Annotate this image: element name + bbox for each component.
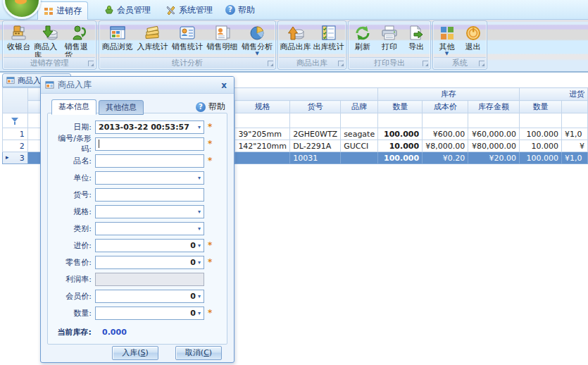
help-link[interactable]: ? 帮助 [196, 101, 225, 113]
dropdown-arrow-icon[interactable]: ▾ [198, 175, 201, 181]
filter-cell[interactable] [519, 113, 561, 128]
product-name-field[interactable] [95, 154, 204, 168]
cell-artno[interactable]: DL-2291A [290, 140, 341, 152]
column-header-amount[interactable]: 库存金额 [468, 101, 520, 113]
cell-qty2[interactable]: 10.000 [519, 140, 561, 152]
dropdown-arrow-icon[interactable]: ▾ [198, 209, 201, 215]
filter-cell[interactable] [341, 113, 378, 128]
cell-qty[interactable]: 10.000 [378, 140, 423, 152]
cell-qty2[interactable]: 100.000 [519, 152, 561, 164]
purchase-price-field[interactable]: 0 ▾ [95, 239, 204, 252]
sales-return-button[interactable]: 销售退货 [65, 22, 95, 58]
filter-cell[interactable] [468, 113, 520, 128]
dropdown-arrow-icon[interactable]: ▾ [198, 225, 201, 232]
stockout-stats-button[interactable]: 出库统计 [312, 22, 345, 58]
column-header-artno[interactable]: 货号 [290, 101, 341, 113]
filter-row-header[interactable] [3, 113, 28, 128]
exit-button[interactable]: 退出 [460, 22, 486, 58]
category-field[interactable]: ▾ [95, 222, 204, 235]
row-number[interactable]: 2 [3, 140, 28, 152]
goods-out-button[interactable]: 商品出库 [279, 22, 312, 58]
filter-cell[interactable] [235, 113, 290, 128]
column-header-brand[interactable]: 品牌 [341, 101, 378, 113]
dropdown-arrow-icon[interactable]: ▾ [198, 259, 201, 266]
refresh-button[interactable]: 刷新 [349, 22, 376, 58]
dialog-title-bar[interactable]: 商品入库 x [41, 77, 234, 94]
tab-purchase-sales-inventory[interactable]: 进销存 [37, 1, 88, 20]
cell-brand[interactable]: GUCCI [341, 140, 378, 152]
dialog-launcher-icon[interactable] [479, 61, 484, 66]
cell-qty[interactable]: 100.000 [378, 152, 423, 164]
document-tab-icon [6, 76, 15, 85]
row-number[interactable]: ▸3 [3, 152, 28, 164]
cell-amount[interactable]: ¥60,000.00 [468, 128, 520, 140]
export-button[interactable]: 导出 [403, 22, 430, 58]
cashier-button[interactable]: 收银台 [4, 22, 34, 58]
goods-browse-button[interactable]: 商品浏览 [100, 22, 135, 58]
cell-qty[interactable]: 100.000 [378, 128, 423, 140]
stockin-stats-button[interactable]: 入库统计 [135, 22, 170, 58]
cell-spec[interactable] [235, 152, 290, 164]
barcode-field[interactable] [95, 137, 204, 151]
member-price-field[interactable]: 0 ▾ [95, 290, 204, 303]
cancel-button[interactable]: 取消(C) [175, 346, 222, 360]
column-header-qty2[interactable]: 数量 [519, 101, 561, 113]
spec-field[interactable]: ▾ [95, 205, 204, 218]
dropdown-arrow-icon[interactable]: ▾ [198, 293, 201, 299]
chevron-down-icon[interactable]: ▼ [445, 52, 449, 56]
dialog-launcher-icon[interactable] [423, 61, 428, 66]
cell-spec[interactable]: 142"210mm [235, 140, 290, 152]
sales-detail-button[interactable]: 销售明细 [205, 22, 240, 58]
tab-system-management[interactable]: 系统管理 [161, 1, 218, 18]
filter-cell[interactable] [378, 113, 423, 128]
cell-cost[interactable]: ¥600.00 [423, 128, 468, 140]
retail-price-field[interactable]: 0 ▾ [95, 256, 204, 269]
column-header-qty[interactable]: 数量 [378, 101, 423, 113]
dialog-launcher-icon[interactable] [88, 61, 94, 66]
other-button[interactable]: 其他 ▼ [434, 22, 460, 58]
cell-artno[interactable]: 10031 [290, 152, 341, 164]
cell-artno[interactable]: 2GHE0WTZ [290, 128, 341, 140]
dropdown-arrow-icon[interactable]: ▾ [198, 124, 201, 130]
filter-cell[interactable] [290, 113, 341, 128]
artno-field[interactable] [95, 188, 204, 202]
stock-in-button[interactable]: 入库(S) [112, 346, 158, 360]
group-label: 商品出库 [279, 57, 345, 68]
field-label: 零售价: [51, 257, 92, 268]
cell-spec[interactable]: 39"205mm [235, 128, 290, 140]
date-field[interactable]: 2013-03-22 00:53:57 ▾ [95, 120, 204, 134]
tab-label: 进销存 [56, 5, 82, 17]
tab-basic-info[interactable]: 基本信息 [51, 99, 96, 115]
row-number[interactable]: 1 [3, 128, 28, 140]
cell-cost[interactable]: ¥8,000.00 [423, 140, 468, 152]
close-icon[interactable]: x [218, 80, 230, 90]
quantity-field[interactable]: 0 ▾ [95, 307, 204, 320]
sales-stats-button[interactable]: 销售统计 [170, 22, 205, 58]
dropdown-arrow-icon[interactable]: ▾ [198, 242, 201, 249]
cell-amount[interactable]: ¥80,000.00 [468, 140, 520, 152]
dropdown-arrow-icon[interactable]: ▾ [198, 310, 201, 316]
unit-field[interactable]: ▾ [95, 171, 204, 185]
cell-cost[interactable]: ¥0.20 [423, 152, 468, 164]
cell-cut[interactable]: ¥ [562, 140, 588, 152]
filter-cell[interactable] [423, 113, 468, 128]
chevron-down-icon[interactable]: ▼ [255, 52, 258, 56]
cell-amount[interactable]: ¥20.00 [468, 152, 520, 164]
tab-help[interactable]: ? 帮助 [220, 1, 261, 18]
cell-qty2[interactable]: 100.000 [519, 128, 561, 140]
ribbon-group-print-export: 刷新 打印 导出 打印导出 [348, 20, 431, 70]
column-header-cost[interactable]: 成本价 [423, 101, 468, 113]
dialog-launcher-icon[interactable] [338, 61, 344, 66]
current-row-icon: ▸ [6, 154, 9, 161]
cell-cut[interactable]: ¥1,0 [562, 152, 588, 164]
cell-brand[interactable] [341, 152, 378, 164]
tab-member-management[interactable]: 会员管理 [99, 1, 156, 18]
cell-brand[interactable]: seagate [341, 128, 378, 140]
column-header-spec[interactable]: 规格 [235, 101, 290, 113]
sales-analysis-button[interactable]: 销售分析 ▼ [239, 22, 275, 58]
dialog-launcher-icon[interactable] [268, 61, 273, 66]
cell-cut[interactable]: ¥1,0 [562, 128, 588, 140]
tab-other-info[interactable]: 其他信息 [99, 100, 144, 115]
print-button[interactable]: 打印 [376, 22, 403, 58]
goods-in-button[interactable]: 商品入库 [34, 22, 64, 58]
